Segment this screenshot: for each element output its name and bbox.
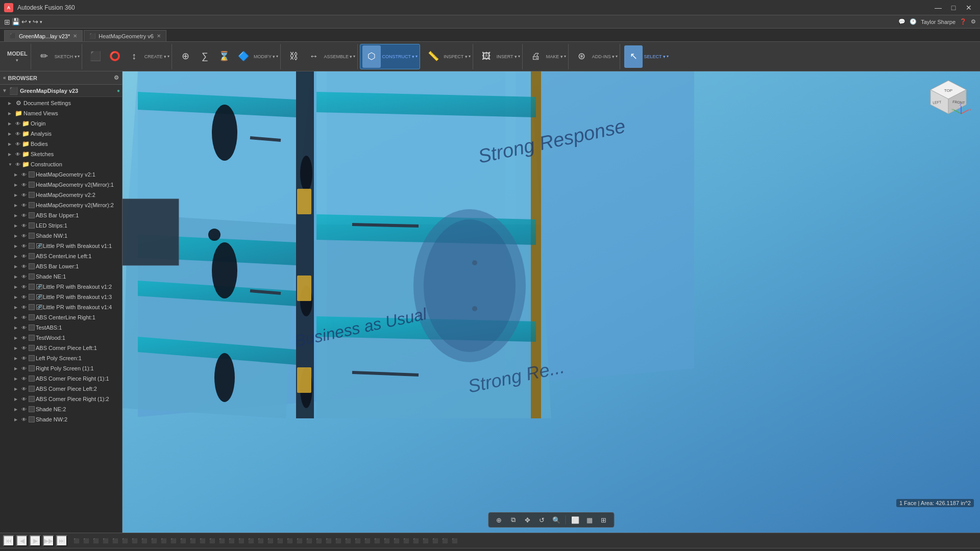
tl-icon-15[interactable]: ⬛ <box>207 536 216 545</box>
tl-icon-40[interactable]: ⬛ <box>450 536 459 545</box>
timeline-end-btn[interactable]: ⏭ <box>56 535 67 546</box>
tl-icon-36[interactable]: ⬛ <box>411 536 420 545</box>
help-icon[interactable]: ❓ <box>960 18 967 25</box>
tab-heatmap[interactable]: ⬛ HeatMapGeometry v6 ✕ <box>84 30 166 41</box>
tree-item-sketches[interactable]: ▶ 👁 📁 Sketches <box>0 149 122 159</box>
modify-press-btn[interactable]: ⊕ <box>176 45 194 68</box>
tl-icon-23[interactable]: ⬛ <box>285 536 294 545</box>
tl-icon-32[interactable]: ⬛ <box>372 536 381 545</box>
tl-icon-19[interactable]: ⬛ <box>246 536 255 545</box>
assemble-motion-btn[interactable]: ↔ <box>304 45 323 68</box>
cb-abs-corner-left1[interactable] <box>29 345 35 351</box>
eye-left-poly-screen1[interactable]: 👁 <box>20 355 28 362</box>
select-dropdown[interactable]: SELECT ▾ <box>644 54 668 59</box>
tl-icon-18[interactable]: ⬛ <box>236 536 246 545</box>
create-extrude-btn[interactable]: ↕ <box>125 45 143 68</box>
eye-bodies[interactable]: 👁 <box>14 140 21 147</box>
modify-dropdown[interactable]: MODIFY ▾ <box>254 54 278 59</box>
sketch-dropdown[interactable]: SKETCH ▾ <box>55 54 80 59</box>
tl-icon-30[interactable]: ⬛ <box>353 536 362 545</box>
viewport-3d[interactable]: Strong Response Strong Re... Business as… <box>122 71 980 533</box>
cb-heatmap-mirror1[interactable] <box>29 182 35 188</box>
tl-icon-27[interactable]: ⬛ <box>324 536 333 545</box>
tl-icon-17[interactable]: ⬛ <box>227 536 236 545</box>
tree-item-bodies[interactable]: ▶ 👁 📁 Bodies <box>0 139 122 149</box>
cb-abs-bar-upper[interactable] <box>29 212 35 218</box>
tl-icon-20[interactable]: ⬛ <box>256 536 265 545</box>
redo-dropdown-icon[interactable]: ▾ <box>40 19 42 24</box>
undo-dropdown-icon[interactable]: ▾ <box>29 19 31 24</box>
tl-icon-24[interactable]: ⬛ <box>295 536 304 545</box>
tree-item-little-pr2[interactable]: ▶ 👁 🔗 Little PR with Breakout v1:2 <box>0 282 122 292</box>
eye-abs-corner-right1[interactable]: 👁 <box>20 375 28 382</box>
browser-settings-icon[interactable]: ⚙ <box>114 74 119 81</box>
eye-shade-ne1[interactable]: 👁 <box>20 273 28 280</box>
cb-abs-corner-right2[interactable] <box>29 396 35 402</box>
modify-shell-btn[interactable]: ⌛ <box>215 45 233 68</box>
eye-origin[interactable]: 👁 <box>14 120 21 127</box>
tree-item-right-poly-screen1[interactable]: ▶ 👁 Right Poly Screen (1):1 <box>0 363 122 373</box>
tl-icon-33[interactable]: ⬛ <box>382 536 391 545</box>
eye-led-strips[interactable]: 👁 <box>20 222 28 229</box>
timeline-next-btn[interactable]: ▶▶ <box>43 535 54 546</box>
cb-shade-ne1[interactable] <box>29 273 35 280</box>
tree-item-abs-corner-left1[interactable]: ▶ 👁 ABS Corner Piece Left:1 <box>0 343 122 353</box>
modify-fillet-btn[interactable]: 🔷 <box>234 45 253 68</box>
eye-testwood1[interactable]: 👁 <box>20 334 28 341</box>
settings-icon[interactable]: ⚙ <box>971 18 976 25</box>
tree-item-testabs1[interactable]: ▶ 👁 TestABS:1 <box>0 322 122 333</box>
eye-little-pr2[interactable]: 👁 <box>20 283 28 290</box>
tree-item-analysis[interactable]: ▶ 👁 📁 Analysis <box>0 129 122 139</box>
tl-icon-12[interactable]: ⬛ <box>178 536 187 545</box>
eye-heatmap1[interactable]: 👁 <box>20 171 28 178</box>
cb-shade-nw1[interactable] <box>29 233 35 239</box>
tl-icon-9[interactable]: ⬛ <box>149 536 158 545</box>
tree-item-abs-corner-right1[interactable]: ▶ 👁 ABS Corner Piece Right (1):1 <box>0 373 122 384</box>
eye-abs-bar-lower[interactable]: 👁 <box>20 263 28 270</box>
display-mode-btn[interactable]: ⬜ <box>569 514 581 525</box>
tl-icon-8[interactable]: ⬛ <box>139 536 149 545</box>
cb-heatmap-mirror2[interactable] <box>29 202 35 208</box>
tab-close-button2[interactable]: ✕ <box>157 33 161 39</box>
grid-btn[interactable]: ▦ <box>583 514 596 525</box>
eye-abs-corner-left2[interactable]: 👁 <box>20 385 28 392</box>
tree-item-abs-corner-left2[interactable]: ▶ 👁 ABS Corner Piece Left:2 <box>0 384 122 394</box>
zoom-btn[interactable]: ↺ <box>536 514 548 525</box>
construct-plane-btn[interactable]: ⬡ <box>362 45 381 68</box>
eye-little-pr3[interactable]: 👁 <box>20 293 28 300</box>
tl-icon-25[interactable]: ⬛ <box>304 536 313 545</box>
assemble-joint-btn[interactable]: ⛓ <box>285 45 303 68</box>
tl-icon-26[interactable]: ⬛ <box>314 536 323 545</box>
tl-icon-22[interactable]: ⬛ <box>275 536 284 545</box>
cb-little-pr3[interactable] <box>29 294 35 300</box>
sketch-btn[interactable]: ✏ <box>35 45 54 68</box>
inspect-measure-btn[interactable]: 📏 <box>424 45 443 68</box>
cb-right-poly-screen1[interactable] <box>29 365 35 371</box>
timeline-play-btn[interactable]: ▶ <box>30 535 41 546</box>
app-switcher-icon[interactable]: ⊞ <box>4 18 10 26</box>
inspect-dropdown[interactable]: INSPECT ▾ <box>444 54 470 59</box>
make-dropdown[interactable]: MAKE ▾ <box>546 54 566 59</box>
cb-heatmap2[interactable] <box>29 192 35 198</box>
tl-icon-3[interactable]: ⬛ <box>91 536 100 545</box>
cb-little-pr1[interactable] <box>29 243 35 249</box>
create-cylinder-btn[interactable]: ⭕ <box>106 45 124 68</box>
fit-btn[interactable]: 🔍 <box>550 514 562 525</box>
tree-item-shade-ne1[interactable]: ▶ 👁 Shade NE:1 <box>0 271 122 282</box>
browser-root-item[interactable]: ▼ ⬛ GreenMapDisplay v23 ● <box>0 85 122 97</box>
tl-icon-4[interactable]: ⬛ <box>101 536 110 545</box>
timeline-prev-btn[interactable]: ◀ <box>16 535 28 546</box>
tree-item-construction[interactable]: ▼ 👁 📁 Construction <box>0 159 122 169</box>
tree-item-abs-centerline-right1[interactable]: ▶ 👁 ABS CenterLine Right:1 <box>0 312 122 322</box>
tl-icon-35[interactable]: ⬛ <box>401 536 410 545</box>
eye-shade-ne2[interactable]: 👁 <box>20 406 28 413</box>
tree-item-heatmap-mirror2[interactable]: ▶ 👁 HeatMapGeometry v2(Mirror):2 <box>0 200 122 210</box>
create-box-btn[interactable]: ⬛ <box>86 45 105 68</box>
eye-abs-centerline-left1[interactable]: 👁 <box>20 253 28 260</box>
timeline-start-btn[interactable]: ⏮ <box>3 535 14 546</box>
minimize-button[interactable]: — <box>931 2 945 13</box>
eye-analysis[interactable]: 👁 <box>14 130 21 137</box>
tl-icon-28[interactable]: ⬛ <box>333 536 342 545</box>
tl-icon-34[interactable]: ⬛ <box>391 536 401 545</box>
tab-greenmap[interactable]: ⬛ GreenMap...lay v23* ✕ <box>4 30 83 41</box>
